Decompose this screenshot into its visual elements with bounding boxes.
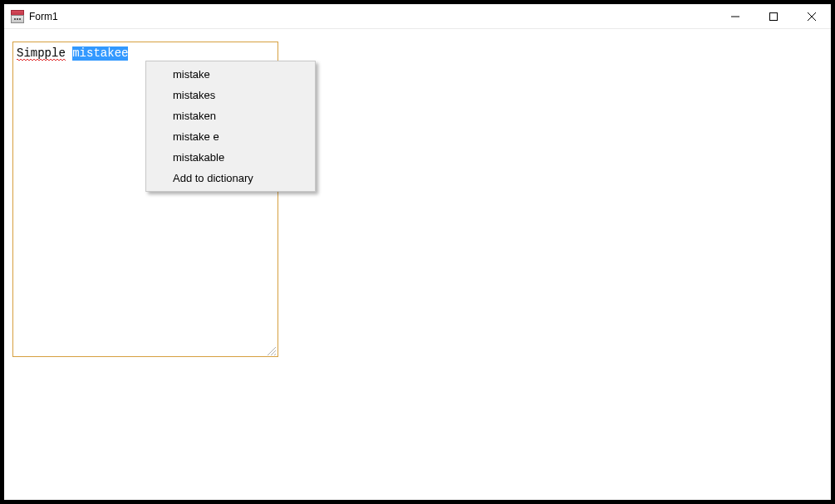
misspelled-word[interactable]: Simpple <box>17 46 66 61</box>
maximize-button[interactable] <box>754 4 793 28</box>
app-window: Form1 Simpple mistakee <box>4 4 831 500</box>
add-to-dictionary-item[interactable]: Add to dictionary <box>148 168 313 188</box>
spellcheck-context-menu: mistake mistakes mistaken mistake e mist… <box>145 61 316 192</box>
close-button[interactable] <box>793 4 831 28</box>
suggestion-item[interactable]: mistake <box>148 64 313 85</box>
suggestion-item[interactable]: mistakes <box>148 85 313 105</box>
resize-grip-icon[interactable] <box>266 345 276 355</box>
misspelled-word-selected[interactable]: mistakee <box>72 46 128 61</box>
client-area: Simpple mistakee mistake mistakes mistak… <box>4 29 831 500</box>
suggestion-item[interactable]: mistakable <box>148 147 313 168</box>
title-bar[interactable]: Form1 <box>4 4 831 29</box>
app-icon <box>11 10 24 23</box>
svg-rect-1 <box>770 12 778 20</box>
suggestion-item[interactable]: mistake e <box>148 126 313 147</box>
window-controls <box>716 4 831 28</box>
minimize-button[interactable] <box>716 4 754 28</box>
suggestion-item[interactable]: mistaken <box>148 105 313 126</box>
window-title: Form1 <box>29 11 58 22</box>
svg-line-6 <box>274 354 276 355</box>
